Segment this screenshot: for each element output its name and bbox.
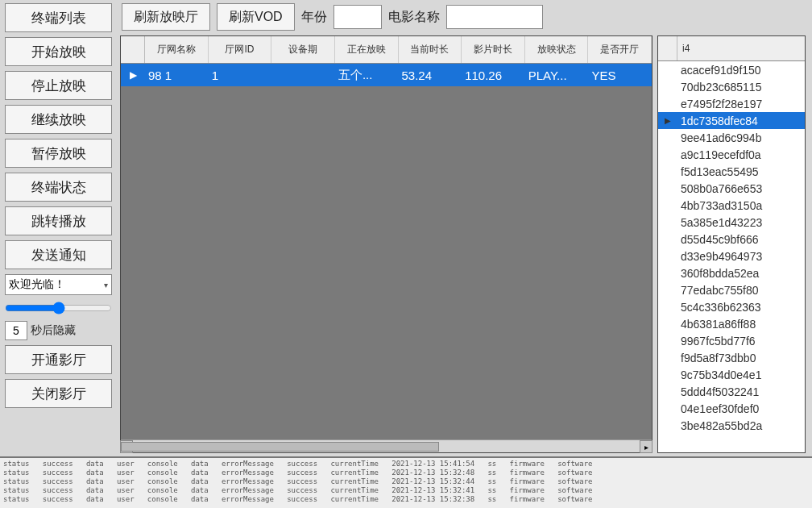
scroll-thumb[interactable] bbox=[121, 442, 439, 452]
top-toolbar: 刷新放映厅 刷新VOD 年份 电影名称 bbox=[117, 3, 809, 35]
list-item[interactable]: a9c119ecefdf0a bbox=[658, 146, 805, 163]
list-item-value: 4bb733ad3150a bbox=[677, 199, 805, 212]
list-item-value: 360f8bdda52ea bbox=[677, 267, 805, 280]
list-item[interactable]: 360f8bdda52ea bbox=[658, 264, 805, 281]
table-row[interactable]: ▶ 98 1 1 五个... 53.24 110.26 PLAY... YES bbox=[121, 64, 652, 86]
tables-area: 厅网名称 厅网ID 设备期 正在放映 当前时长 影片时长 放映状态 是否开厅 ▶… bbox=[117, 35, 809, 453]
cell-hall-id: 1 bbox=[209, 69, 272, 82]
btn-jump-play[interactable]: 跳转播放 bbox=[5, 206, 112, 235]
label-movie: 电影名称 bbox=[388, 9, 440, 26]
list-item-value: d55d45c9bf666 bbox=[677, 233, 805, 246]
chevron-down-icon: ▾ bbox=[104, 281, 108, 289]
col-current-time[interactable]: 当前时长 bbox=[399, 36, 462, 63]
btn-send-notice[interactable]: 发送通知 bbox=[5, 240, 112, 269]
list-item[interactable]: 04e1eef30fdef0 bbox=[658, 400, 805, 417]
cell-current-time: 53.24 bbox=[399, 69, 462, 82]
side-col-header[interactable]: i4 bbox=[677, 36, 805, 60]
list-item[interactable]: 5ddd4f5032241 bbox=[658, 383, 805, 400]
row-indicator-icon: ▶ bbox=[121, 69, 145, 81]
h-scrollbar[interactable]: ◂ ▸ bbox=[121, 439, 652, 452]
cell-hall-name: 98 1 bbox=[145, 69, 209, 82]
list-item[interactable]: 4b6381a86ff88 bbox=[658, 315, 805, 332]
list-item[interactable]: e7495f2f28e197 bbox=[658, 95, 805, 112]
list-item-value: e7495f2f28e197 bbox=[677, 98, 805, 110]
list-item[interactable]: 4bb733ad3150a bbox=[658, 197, 805, 214]
seconds-label: 秒后隐藏 bbox=[31, 323, 76, 338]
list-item-value: d33e9b4964973 bbox=[677, 250, 805, 263]
col-hall-id[interactable]: 厅网ID bbox=[209, 36, 272, 63]
list-item[interactable]: d33e9b4964973 bbox=[658, 248, 805, 264]
list-item-value: 77edabc755f80 bbox=[677, 284, 805, 297]
list-item[interactable]: 508b0a766e653 bbox=[658, 180, 805, 197]
list-item[interactable]: 77edabc755f80 bbox=[658, 281, 805, 298]
btn-refresh-vod[interactable]: 刷新VOD bbox=[217, 3, 295, 31]
list-item-value: 5ddd4f5032241 bbox=[677, 385, 805, 398]
list-item[interactable]: 3be482a55bd2a bbox=[658, 417, 805, 434]
list-item-value: 5a385e1d43223 bbox=[677, 216, 805, 229]
row-header-corner bbox=[121, 36, 145, 63]
col-hall-name[interactable]: 厅网名称 bbox=[145, 36, 209, 63]
side-grid-header: i4 bbox=[658, 36, 805, 61]
slider-volume[interactable] bbox=[5, 302, 112, 314]
side-grid[interactable]: i4 acacef91d9f15070db23c685115e7495f2f28… bbox=[657, 35, 806, 453]
btn-pause-play[interactable]: 暂停放映 bbox=[5, 139, 112, 168]
list-item[interactable]: d55d45c9bf666 bbox=[658, 231, 805, 248]
main-grid[interactable]: 厅网名称 厅网ID 设备期 正在放映 当前时长 影片时长 放映状态 是否开厅 ▶… bbox=[120, 35, 652, 453]
cell-play-status: PLAY... bbox=[525, 69, 589, 82]
label-year: 年份 bbox=[301, 9, 327, 26]
btn-stop-play[interactable]: 停止放映 bbox=[5, 71, 112, 100]
list-item-value: a9c119ecefdf0a bbox=[677, 148, 805, 161]
list-item[interactable]: f9d5a8f73dbb0 bbox=[658, 349, 805, 366]
list-item-value: 04e1eef30fdef0 bbox=[677, 402, 805, 415]
list-item[interactable]: acacef91d9f150 bbox=[658, 61, 805, 78]
input-year[interactable] bbox=[334, 5, 382, 29]
content-area: 刷新放映厅 刷新VOD 年份 电影名称 厅网名称 厅网ID 设备期 正在放映 当 bbox=[117, 0, 812, 456]
btn-refresh-hall[interactable]: 刷新放映厅 bbox=[122, 3, 210, 31]
app-root: 终端列表 开始放映 停止放映 继续放映 暂停放映 终端状态 跳转播放 发送通知 … bbox=[0, 0, 812, 508]
col-now-playing[interactable]: 正在放映 bbox=[335, 36, 399, 63]
list-item-value: 4b6381a86ff88 bbox=[677, 318, 805, 331]
list-item[interactable]: ▶1dc7358dfec84 bbox=[658, 112, 805, 129]
main-grid-body[interactable]: ▶ 98 1 1 五个... 53.24 110.26 PLAY... YES bbox=[121, 64, 652, 439]
btn-terminal-list[interactable]: 终端列表 bbox=[5, 3, 112, 32]
row-indicator-icon: ▶ bbox=[658, 116, 677, 125]
list-item[interactable]: f5d13eac55495 bbox=[658, 163, 805, 180]
combo-value: 欢迎光临！ bbox=[9, 277, 65, 292]
list-item-value: 70db23c685115 bbox=[677, 81, 805, 94]
list-item-value: 508b0a766e653 bbox=[677, 182, 805, 195]
btn-resume-play[interactable]: 继续放映 bbox=[5, 105, 112, 134]
list-item-value: 9ee41ad6c994b bbox=[677, 131, 805, 144]
list-item[interactable]: 5c4c336b62363 bbox=[658, 298, 805, 315]
side-grid-body[interactable]: acacef91d9f15070db23c685115e7495f2f28e19… bbox=[658, 61, 805, 452]
list-item-value: f5d13eac55495 bbox=[677, 165, 805, 178]
btn-close-hall[interactable]: 关闭影厅 bbox=[5, 379, 112, 408]
main-area: 终端列表 开始放映 停止放映 继续放映 暂停放映 终端状态 跳转播放 发送通知 … bbox=[0, 0, 812, 456]
btn-start-play[interactable]: 开始放映 bbox=[5, 37, 112, 66]
combo-greeting[interactable]: 欢迎光临！ ▾ bbox=[5, 274, 112, 295]
side-row-corner bbox=[658, 36, 677, 60]
cell-now-playing: 五个... bbox=[335, 68, 399, 83]
btn-terminal-status[interactable]: 终端状态 bbox=[5, 173, 112, 202]
list-item-value: 9967fc5bd77f6 bbox=[677, 335, 805, 348]
cell-hall-open: YES bbox=[588, 69, 652, 82]
col-total-time[interactable]: 影片时长 bbox=[462, 36, 525, 63]
list-item[interactable]: 70db23c685115 bbox=[658, 78, 805, 95]
list-item[interactable]: 5a385e1d43223 bbox=[658, 214, 805, 231]
list-item-value: 9c75b34d0e4e1 bbox=[677, 369, 805, 381]
seconds-input[interactable] bbox=[5, 321, 27, 340]
sidebar: 终端列表 开始放映 停止放映 继续放映 暂停放映 终端状态 跳转播放 发送通知 … bbox=[0, 0, 117, 456]
col-play-status[interactable]: 放映状态 bbox=[525, 36, 589, 63]
main-grid-header: 厅网名称 厅网ID 设备期 正在放映 当前时长 影片时长 放映状态 是否开厅 bbox=[121, 36, 652, 64]
col-device[interactable]: 设备期 bbox=[271, 36, 335, 63]
list-item[interactable]: 9c75b34d0e4e1 bbox=[658, 366, 805, 383]
list-item-value: f9d5a8f73dbb0 bbox=[677, 352, 805, 364]
scroll-right-icon[interactable]: ▸ bbox=[640, 440, 652, 453]
list-item-value: acacef91d9f150 bbox=[677, 64, 805, 77]
input-movie-name[interactable] bbox=[446, 5, 543, 29]
btn-open-hall[interactable]: 开通影厅 bbox=[5, 345, 112, 374]
col-hall-open[interactable]: 是否开厅 bbox=[588, 36, 652, 63]
log-panel: status success data user console data er… bbox=[0, 456, 812, 508]
list-item-value: 5c4c336b62363 bbox=[677, 301, 805, 314]
list-item[interactable]: 9967fc5bd77f6 bbox=[658, 332, 805, 349]
list-item[interactable]: 9ee41ad6c994b bbox=[658, 129, 805, 146]
